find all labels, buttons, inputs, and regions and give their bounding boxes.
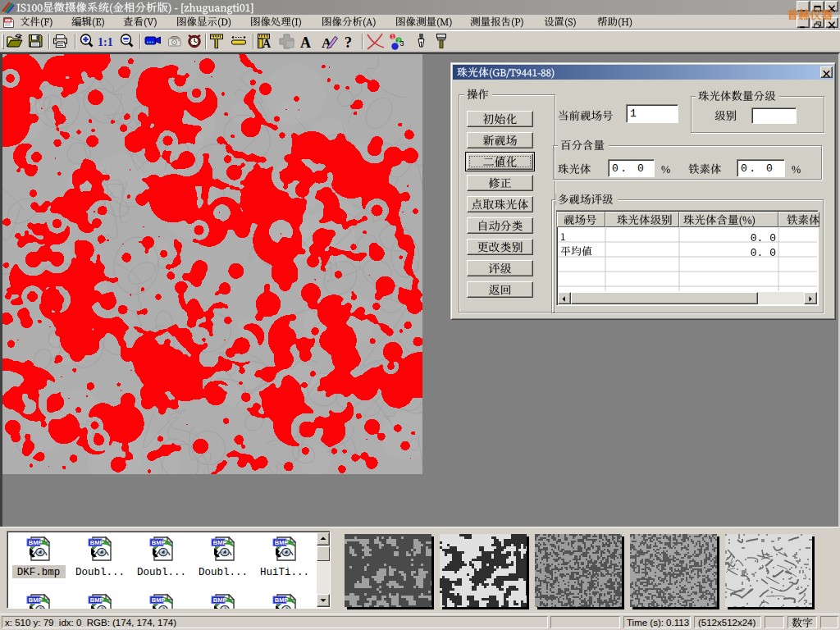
svg-text:3: 3	[400, 39, 404, 48]
svg-text:A: A	[300, 34, 311, 51]
svg-text:?: ?	[345, 34, 352, 51]
svg-text:DOC: DOC	[5, 19, 14, 23]
svg-text:1:1: 1:1	[98, 36, 113, 48]
svg-text:1: 1	[391, 34, 395, 39]
svg-text:A: A	[262, 38, 272, 50]
